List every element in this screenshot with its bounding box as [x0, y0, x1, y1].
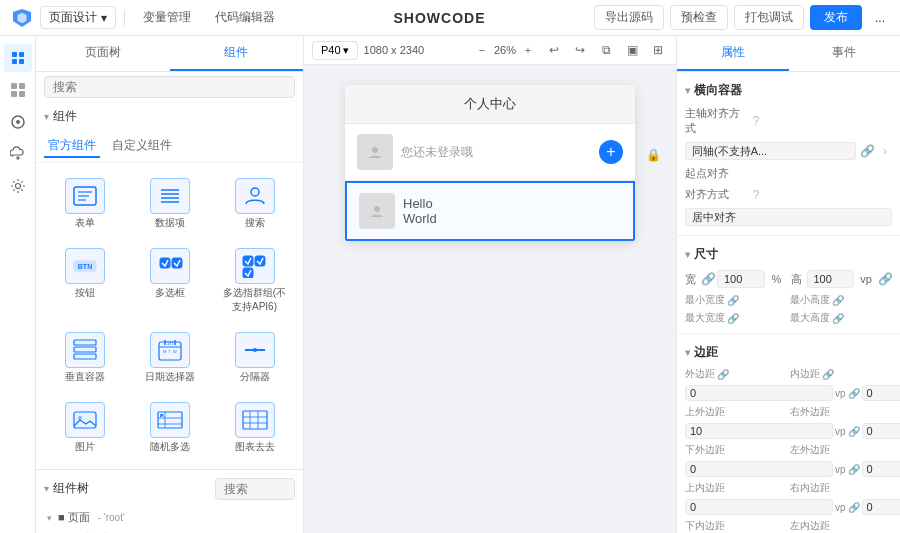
inner-top-link[interactable]: 🔗: [848, 502, 860, 513]
right-tab-props[interactable]: 属性: [677, 36, 789, 71]
max-width-link[interactable]: 🔗: [727, 313, 739, 324]
more-btn[interactable]: ...: [868, 6, 892, 30]
width-input[interactable]: [717, 270, 765, 288]
component-user[interactable]: 搜索: [214, 171, 295, 237]
component-list[interactable]: 数据项: [129, 171, 210, 237]
start-axis-label: 起点对齐: [685, 166, 745, 181]
canvas-preset-btn[interactable]: P40 ▾: [312, 41, 358, 60]
form-label: 表单: [75, 216, 95, 230]
frame-btn[interactable]: ▣: [622, 40, 642, 60]
bundle-debug-btn[interactable]: 打包调试: [734, 5, 804, 30]
component-btn[interactable]: BTN 按钮: [44, 241, 125, 321]
undo-btn[interactable]: ↩: [544, 40, 564, 60]
sub-tab-custom[interactable]: 自定义组件: [108, 135, 176, 158]
main-axis-help-icon: ?: [749, 114, 763, 128]
min-height-link[interactable]: 🔗: [832, 295, 844, 306]
preview-btn[interactable]: 预检查: [670, 5, 728, 30]
width-link-icon[interactable]: 🔗: [701, 272, 715, 286]
main-axis-link-icon[interactable]: 🔗: [860, 144, 874, 158]
logo[interactable]: [8, 4, 36, 32]
outer-margin-label: 外边距: [685, 367, 715, 381]
component-multicheckbox[interactable]: 多选指群组(不支持API6): [214, 241, 295, 321]
outer-bottom-input[interactable]: [685, 461, 833, 477]
tree-item-label: ■ 页面: [58, 510, 90, 525]
export-code-btn[interactable]: 导出源码: [594, 5, 664, 30]
outer-top-input[interactable]: [685, 423, 833, 439]
sidebar-icon-cloud[interactable]: [4, 140, 32, 168]
sidebar-icon-assets[interactable]: [4, 108, 32, 136]
component-image[interactable]: 图片: [44, 395, 125, 461]
inner-right-input[interactable]: [862, 499, 900, 515]
more-left-label: 下内边距: [685, 519, 725, 533]
left-panel-tabs: 页面树 组件: [36, 36, 303, 72]
outer-bottom-link[interactable]: 🔗: [848, 464, 860, 475]
component-divider[interactable]: 分隔器: [214, 325, 295, 391]
variable-mgmt-btn[interactable]: 变量管理: [133, 7, 201, 28]
component-search-input[interactable]: [44, 76, 295, 98]
sub-tab-official[interactable]: 官方组件: [44, 135, 100, 158]
outer-right-input[interactable]: [862, 423, 900, 439]
component-checkbox[interactable]: 多选框: [129, 241, 210, 321]
prop-outer-left-label: 左外边距: [790, 443, 893, 457]
outer-margin-link[interactable]: 🔗: [717, 369, 729, 380]
publish-btn[interactable]: 发布: [810, 5, 862, 30]
svg-rect-29: [74, 340, 96, 345]
main-axis-value-input[interactable]: [685, 142, 856, 160]
tab-page-tree[interactable]: 页面树: [36, 36, 170, 71]
prop-top-margin-row: 上外边距 右外边距: [677, 403, 900, 421]
min-width-link[interactable]: 🔗: [727, 295, 739, 306]
world-line: World: [403, 211, 437, 226]
inner-top-input[interactable]: [685, 499, 833, 515]
grid-btn[interactable]: ⊞: [648, 40, 668, 60]
svg-point-41: [253, 348, 257, 352]
multicheckbox-label: 多选指群组(不支持API6): [219, 286, 290, 314]
collapse-icon: ▾: [44, 111, 49, 122]
dropdown-icon: ▾: [343, 44, 349, 57]
component-tablecheckbox[interactable]: 随机多选: [129, 395, 210, 461]
component-datepicker[interactable]: 28 M T W 日期选择器: [129, 325, 210, 391]
outer-top-link[interactable]: 🔗: [848, 426, 860, 437]
icon-sidebar: [0, 36, 36, 533]
component-vertical[interactable]: 垂直容器: [44, 325, 125, 391]
right-tabs: 属性 事件: [677, 36, 900, 72]
zoom-in-btn[interactable]: +: [518, 40, 538, 60]
user-icon: [235, 178, 275, 214]
sidebar-icon-components[interactable]: [4, 76, 32, 104]
min-height-label: 最小高度: [790, 293, 830, 307]
tree-items: ▾ ■ 页面 - 'root' ▾ || 垂直容器 - 'column1' 👁 …: [36, 507, 303, 533]
max-height-link[interactable]: 🔗: [832, 313, 844, 324]
height-link-icon[interactable]: 🔗: [878, 272, 892, 286]
outer-top-unit: vp: [835, 426, 846, 437]
height-input[interactable]: [807, 270, 855, 288]
zoom-out-btn[interactable]: −: [472, 40, 492, 60]
tree-search-input[interactable]: [215, 478, 295, 500]
tableradio-label: 图表去去: [235, 440, 275, 454]
tree-item-page[interactable]: ▾ ■ 页面 - 'root': [36, 507, 303, 528]
code-editor-btn[interactable]: 代码编辑器: [205, 7, 285, 28]
phone-section-hello[interactable]: Hello World: [345, 181, 635, 241]
tab-components[interactable]: 组件: [170, 36, 304, 71]
outer-default-link[interactable]: 🔗: [848, 388, 860, 399]
component-form[interactable]: 表单: [44, 171, 125, 237]
outer-left-input[interactable]: [862, 461, 900, 477]
copy-btn[interactable]: ⧉: [596, 40, 616, 60]
inner-default-input[interactable]: [862, 385, 900, 401]
page-design-select[interactable]: 页面设计 ▾: [40, 6, 116, 29]
right-tab-events[interactable]: 事件: [789, 36, 901, 71]
sidebar-icon-pages[interactable]: [4, 44, 32, 72]
min-width-label: 最小宽度: [685, 293, 725, 307]
cross-axis-value-input[interactable]: [685, 208, 892, 226]
hello-line: Hello: [403, 196, 437, 211]
outer-default-input[interactable]: [685, 385, 833, 401]
sidebar-icon-settings[interactable]: [4, 172, 32, 200]
svg-text:T: T: [168, 349, 171, 354]
phone-add-btn[interactable]: +: [599, 140, 623, 164]
inner-margin-link[interactable]: 🔗: [822, 369, 834, 380]
datepicker-icon: 28 M T W: [150, 332, 190, 368]
height-label: 高: [791, 272, 805, 287]
redo-btn[interactable]: ↪: [570, 40, 590, 60]
canvas-content[interactable]: 个人中心 您还未登录哦 + Hello: [304, 65, 676, 533]
tree-item-vertical[interactable]: ▾ || 垂直容器 - 'column1' 👁: [36, 528, 303, 533]
component-tableradio[interactable]: 图表去去: [214, 395, 295, 461]
svg-rect-2: [12, 59, 17, 64]
